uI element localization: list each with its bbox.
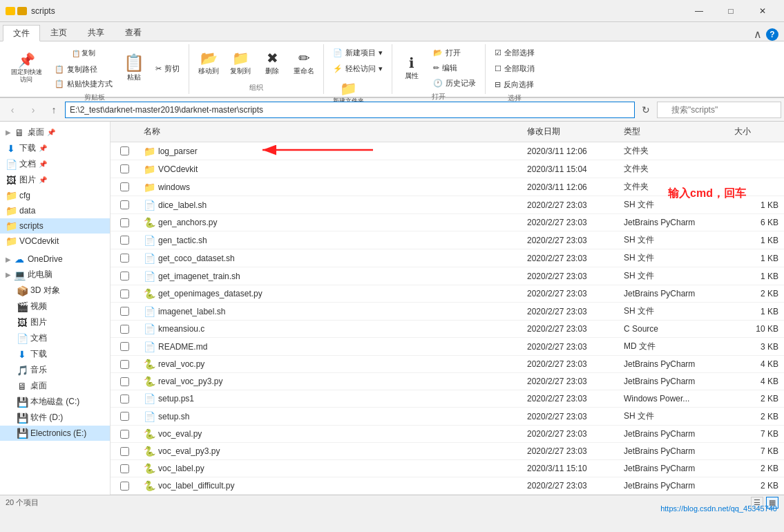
address-bar[interactable] xyxy=(65,102,635,118)
row-checkbox[interactable] xyxy=(120,482,129,491)
select-all-button[interactable]: ☑ 全部选择 xyxy=(490,46,539,60)
row-checkbox[interactable] xyxy=(120,218,129,227)
row-checkbox[interactable] xyxy=(120,360,129,369)
new-item-icon: 📄 xyxy=(333,48,343,57)
table-row[interactable]: 🐍 voc_label.py 2020/3/11 15:10 JetBrains… xyxy=(111,460,784,477)
pin-to-quick-access-button[interactable]: 📌 固定到快速访问 xyxy=(4,50,48,86)
sidebar-item-thispc[interactable]: ▶ 💻 此电脑 xyxy=(0,267,110,283)
rename-button[interactable]: ✏ 重命名 xyxy=(289,48,319,79)
nav-forward-button[interactable]: › xyxy=(23,100,43,120)
row-checkbox[interactable] xyxy=(120,200,129,209)
sidebar-item-scripts[interactable]: 📁 scripts xyxy=(0,218,110,234)
sidebar-item-desktop[interactable]: ▶ 🖥 桌面 📌 xyxy=(0,124,110,140)
table-row[interactable]: 📄 README.md 2020/2/27 23:03 MD 文件 3 KB xyxy=(111,338,784,356)
row-checkbox[interactable] xyxy=(120,146,129,155)
tab-view[interactable]: 查看 xyxy=(115,24,152,41)
new-item-button[interactable]: 📄 新建项目▾ xyxy=(328,46,388,60)
sidebar-item-vocdevkit[interactable]: 📁 VOCdevkit xyxy=(0,234,110,249)
properties-button[interactable]: ℹ 属性 xyxy=(396,53,427,84)
paste-button[interactable]: 📋 粘贴 xyxy=(119,52,149,85)
nav-back-button[interactable]: ‹ xyxy=(3,100,22,120)
close-button[interactable]: ✕ xyxy=(747,0,778,22)
copy-path-button[interactable]: 📋 复制路径 xyxy=(50,62,117,77)
table-row[interactable]: 🐍 reval_voc.py 2020/2/27 23:03 JetBrains… xyxy=(111,356,784,373)
move-to-button[interactable]: 📂 移动到 xyxy=(193,48,224,79)
table-row[interactable]: 📁 log_parser 2020/3/11 12:06 文件夹 xyxy=(111,142,784,160)
table-row[interactable]: 📄 imagenet_label.sh 2020/2/27 23:03 SH 文… xyxy=(111,303,784,321)
minimize-button[interactable]: — xyxy=(683,0,715,22)
sidebar-item-documents[interactable]: 📄 文档 📌 xyxy=(0,156,110,172)
row-checkbox[interactable] xyxy=(120,447,129,456)
sidebar-item-documents2[interactable]: 📄 文档 xyxy=(0,330,110,346)
sidebar-item-desktop2[interactable]: 🖥 桌面 xyxy=(0,378,110,394)
row-checkbox[interactable] xyxy=(120,164,129,173)
sidebar-item-data[interactable]: 📁 data xyxy=(0,203,110,218)
history-button[interactable]: 🕐 历史记录 xyxy=(428,76,481,91)
help-icon[interactable]: ? xyxy=(766,28,778,41)
table-row[interactable]: 🐍 voc_label_difficult.py 2020/2/27 23:03… xyxy=(111,477,784,495)
sidebar-item-cfg[interactable]: 📁 cfg xyxy=(0,188,110,203)
row-checkbox[interactable] xyxy=(120,272,129,281)
maximize-button[interactable]: □ xyxy=(715,0,747,22)
nav-up-button[interactable]: ↑ xyxy=(44,100,64,120)
col-date[interactable]: 修改日期 xyxy=(522,123,618,140)
easy-access-button[interactable]: ⚡ 轻松访问▾ xyxy=(328,61,388,76)
sidebar-item-onedrive[interactable]: ▶ ☁ OneDrive xyxy=(0,251,110,267)
ribbon-group-organize: 📂 移动到 📁 复制到 ✖ 删除 ✏ 重命名 组织 xyxy=(189,44,324,94)
copy-button[interactable]: 📋 复制 xyxy=(50,46,117,61)
table-row[interactable]: 📄 get_imagenet_train.sh 2020/2/27 23:03 … xyxy=(111,267,784,285)
row-checkbox[interactable] xyxy=(120,289,129,298)
sidebar-item-3dobjects[interactable]: 📦 3D 对象 xyxy=(0,283,110,298)
table-row[interactable]: 📁 VOCdevkit 2020/3/11 15:04 文件夹 xyxy=(111,160,784,178)
table-row[interactable]: 📄 gen_tactic.sh 2020/2/27 23:03 SH 文件 1 … xyxy=(111,231,784,249)
ribbon-collapse-icon[interactable]: ∧ xyxy=(754,28,762,41)
col-type[interactable]: 类型 xyxy=(618,123,729,140)
deselect-all-button[interactable]: ☐ 全部取消 xyxy=(490,61,539,76)
row-checkbox[interactable] xyxy=(120,307,129,316)
sidebar-item-downloads2[interactable]: ⬇ 下载 xyxy=(0,346,110,362)
table-row[interactable]: 📄 setup.sh 2020/2/27 23:03 SH 文件 2 KB xyxy=(111,408,784,426)
refresh-button[interactable]: ↻ xyxy=(636,100,656,120)
copy-to-button[interactable]: 📁 复制到 xyxy=(225,48,256,79)
row-checkbox[interactable] xyxy=(120,412,129,421)
sidebar-item-software-d[interactable]: 💾 软件 (D:) xyxy=(0,410,110,426)
open-button[interactable]: 📂 打开 xyxy=(428,46,481,60)
row-checkbox[interactable] xyxy=(120,430,129,439)
row-checkbox[interactable] xyxy=(120,325,129,334)
row-checkbox[interactable] xyxy=(120,464,129,473)
sidebar-item-pictures[interactable]: 🖼 图片 📌 xyxy=(0,172,110,188)
table-row[interactable]: 📄 setup.ps1 2020/2/27 23:03 Windows Powe… xyxy=(111,390,784,408)
table-row[interactable]: 📄 get_coco_dataset.sh 2020/2/27 23:03 SH… xyxy=(111,249,784,267)
delete-button[interactable]: ✖ 删除 xyxy=(257,48,287,79)
edit-button[interactable]: ✏ 编辑 xyxy=(428,61,481,75)
col-size[interactable]: 大小 xyxy=(729,123,784,140)
tab-file[interactable]: 文件 xyxy=(3,25,40,41)
search-input[interactable] xyxy=(657,102,781,118)
sidebar-item-local-c[interactable]: 💾 本地磁盘 (C:) xyxy=(0,394,110,410)
row-checkbox[interactable] xyxy=(120,236,129,245)
tab-share[interactable]: 共享 xyxy=(77,24,115,41)
table-row[interactable]: 🐍 voc_eval.py 2020/2/27 23:03 JetBrains … xyxy=(111,426,784,443)
row-checkbox[interactable] xyxy=(120,342,129,351)
table-row[interactable]: 🐍 get_openimages_dataset.py 2020/2/27 23… xyxy=(111,285,784,303)
cut-button[interactable]: ✂ 剪切 xyxy=(151,61,184,76)
sidebar-item-electronics-e[interactable]: 💾 Electronics (E:) xyxy=(0,426,110,441)
sidebar-item-videos[interactable]: 🎬 视频 xyxy=(0,298,110,314)
row-checkbox[interactable] xyxy=(120,254,129,263)
file-date: 2020/2/27 23:03 xyxy=(522,285,618,302)
table-row[interactable]: 📄 kmeansiou.c 2020/2/27 23:03 C Source 1… xyxy=(111,321,784,338)
table-row[interactable]: 🐍 voc_eval_py3.py 2020/2/27 23:03 JetBra… xyxy=(111,443,784,460)
sidebar-item-downloads[interactable]: ⬇ 下载 📌 xyxy=(0,140,110,156)
col-name[interactable]: 名称 xyxy=(138,123,522,140)
row-checkbox[interactable] xyxy=(120,377,129,386)
row-checkbox[interactable] xyxy=(120,395,129,403)
tab-home[interactable]: 主页 xyxy=(40,24,77,41)
table-row[interactable]: 🐍 gen_anchors.py 2020/2/27 23:03 JetBrai… xyxy=(111,214,784,231)
documents-icon: 📄 xyxy=(6,159,17,170)
row-checkbox[interactable] xyxy=(120,182,129,191)
sidebar-item-pictures2[interactable]: 🖼 图片 xyxy=(0,314,110,330)
table-row[interactable]: 🐍 reval_voc_py3.py 2020/2/27 23:03 JetBr… xyxy=(111,373,784,390)
paste-shortcut-button[interactable]: 📋 粘贴快捷方式 xyxy=(50,77,117,91)
invert-select-button[interactable]: ⊟ 反向选择 xyxy=(490,77,539,92)
sidebar-item-music[interactable]: 🎵 音乐 xyxy=(0,362,110,378)
